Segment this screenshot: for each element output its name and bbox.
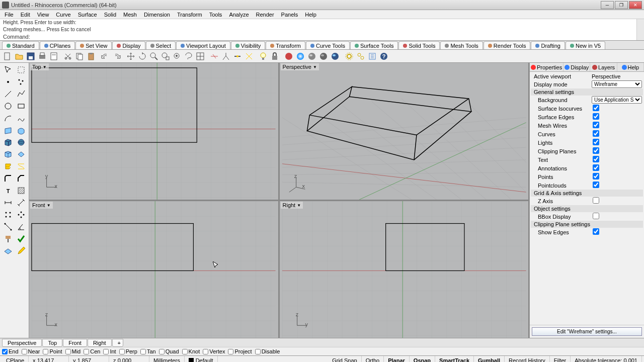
mesh-button[interactable] [2, 148, 15, 160]
menu-curve[interactable]: Curve [52, 11, 74, 19]
cplane-button[interactable] [2, 245, 15, 257]
render2-button[interactable] [2, 233, 15, 245]
tab-meshtools[interactable]: Mesh Tools [440, 41, 482, 49]
setdisplay-button[interactable] [283, 51, 294, 62]
new-button[interactable] [2, 51, 13, 62]
tab-transform[interactable]: Transform [266, 41, 305, 49]
pointson-button[interactable] [258, 51, 269, 62]
viewport-label[interactable]: Front▼ [30, 202, 53, 209]
text-button[interactable]: T [2, 185, 15, 197]
tab-rendertools[interactable]: Render Tools [484, 41, 531, 49]
tab-properties[interactable]: Properties [530, 63, 564, 71]
menu-panels[interactable]: Panels [278, 11, 302, 19]
select-button[interactable] [2, 64, 15, 76]
angle-button[interactable] [15, 221, 28, 233]
move-button[interactable] [125, 51, 136, 62]
surface2-button[interactable] [15, 124, 28, 136]
zaxis-check[interactable] [593, 197, 599, 204]
dim2-button[interactable] [15, 197, 28, 209]
tab-display[interactable]: Display [112, 41, 145, 49]
lasso-button[interactable] [183, 51, 194, 62]
fillet-button[interactable] [2, 172, 15, 185]
layerprops-button[interactable] [367, 51, 378, 62]
tab-standard[interactable]: Standard [2, 41, 39, 49]
explode-button[interactable] [244, 51, 255, 62]
osnap-disable[interactable]: Disable [255, 348, 280, 354]
colorwheel-button[interactable] [295, 51, 306, 62]
status-units[interactable]: Millimeters [149, 356, 185, 362]
viewport-label[interactable]: Right▼ [281, 202, 303, 209]
trim-button[interactable] [209, 51, 220, 62]
menu-render[interactable]: Render [253, 11, 278, 19]
rectangle-button[interactable] [15, 100, 28, 112]
surface-edges-check[interactable] [593, 113, 599, 120]
surface-isocurves-check[interactable] [593, 105, 599, 111]
osnap-int[interactable]: Int [103, 348, 116, 354]
tab-setview[interactable]: Set View [75, 41, 112, 49]
tab-display[interactable]: Display [564, 63, 590, 71]
line-button[interactable] [2, 88, 15, 100]
tab-solidtools[interactable]: Solid Tools [398, 41, 440, 49]
split-button[interactable] [220, 51, 231, 62]
osnap-vertex[interactable]: Vertex [203, 348, 225, 354]
background-select[interactable]: Use Application Settings [592, 96, 642, 104]
distance-button[interactable] [2, 221, 15, 233]
status-layer[interactable]: Default [185, 356, 218, 362]
sphere-button[interactable] [15, 136, 28, 148]
points-check[interactable] [593, 173, 599, 179]
viewport-perspective[interactable]: Perspective▼ z x [280, 63, 529, 200]
viewport-label[interactable]: Top▼ [30, 63, 49, 70]
selwindow-button[interactable] [15, 64, 28, 76]
menu-help[interactable]: Help [301, 11, 320, 19]
point-button[interactable] [2, 76, 15, 88]
status-ortho[interactable]: Ortho [362, 356, 384, 362]
viewport-right[interactable]: Right▼ z y [280, 201, 529, 338]
menu-surface[interactable]: Surface [74, 11, 101, 19]
save-button[interactable] [25, 51, 36, 62]
status-recordhistory[interactable]: Record History [505, 356, 550, 362]
annotations-check[interactable] [593, 164, 599, 171]
zoomextents-button[interactable] [160, 51, 171, 62]
undo-button[interactable] [100, 51, 111, 62]
clipping-planes-check[interactable] [593, 147, 599, 154]
lock-button[interactable] [269, 51, 280, 62]
multipoint-button[interactable] [15, 76, 28, 88]
loft-button[interactable] [15, 160, 28, 172]
tab-visibility[interactable]: Visibility [231, 41, 266, 49]
vptab-front[interactable]: Front [63, 339, 87, 347]
viewport-top[interactable]: Top▼ y x [29, 63, 278, 200]
zoom-button[interactable] [148, 51, 159, 62]
box-button[interactable] [2, 136, 15, 148]
vptab-add[interactable]: + [112, 339, 123, 347]
close-button[interactable]: ✕ [629, 1, 642, 9]
options-button[interactable] [344, 51, 355, 62]
zoomselected-button[interactable] [172, 51, 183, 62]
chamfer-button[interactable] [15, 172, 28, 185]
osnap-near[interactable]: Near [22, 348, 40, 354]
osnap-end[interactable]: End [2, 348, 19, 354]
tab-newinv5[interactable]: New in V5 [566, 41, 605, 49]
redo-button[interactable] [111, 51, 122, 62]
status-smarttrack[interactable]: SmartTrack [435, 356, 474, 362]
osnap-point[interactable]: Point [43, 348, 62, 354]
join-button[interactable] [232, 51, 243, 62]
menu-mesh[interactable]: Mesh [120, 11, 140, 19]
osnap-project[interactable]: Project [228, 348, 252, 354]
vptab-perspective[interactable]: Perspective [2, 339, 42, 347]
rotate-button[interactable] [137, 51, 148, 62]
menu-file[interactable]: File [1, 11, 17, 19]
tab-surfacetools[interactable]: Surface Tools [350, 41, 398, 49]
osnap-mid[interactable]: Mid [65, 348, 81, 354]
osnap-quad[interactable]: Quad [159, 348, 179, 354]
tab-drafting[interactable]: Drafting [531, 41, 565, 49]
status-planar[interactable]: Planar [384, 356, 410, 362]
help-button[interactable]: ? [378, 51, 389, 62]
menu-tools[interactable]: Tools [206, 11, 226, 19]
status-gridsnap[interactable]: Grid Snap [328, 356, 362, 362]
tab-layers[interactable]: Layers [590, 63, 617, 71]
options2-button[interactable] [355, 51, 366, 62]
menu-solid[interactable]: Solid [101, 11, 120, 19]
cut-button[interactable] [62, 51, 73, 62]
sel-layer-button[interactable] [195, 51, 206, 62]
maximize-button[interactable]: ❐ [615, 1, 628, 9]
